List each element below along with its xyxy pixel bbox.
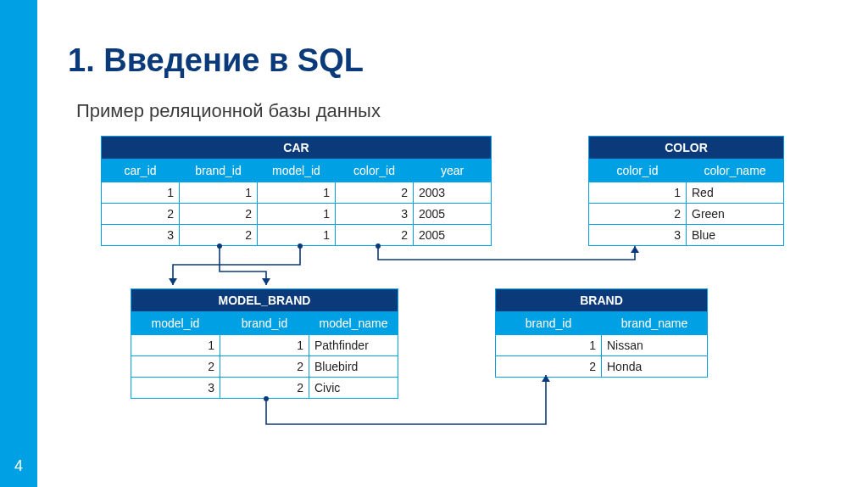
sidebar-accent: 4 — [0, 0, 37, 487]
cell: 1 — [220, 335, 309, 356]
table-model-brand: MODEL_BRAND model_id brand_id model_name… — [131, 288, 398, 399]
col-header: color_id — [336, 160, 414, 182]
table-brand-name: BRAND — [496, 289, 708, 312]
table-car: CAR car_id brand_id model_id color_id ye… — [101, 136, 492, 246]
cell: 3 — [131, 378, 220, 399]
cell: 2005 — [414, 225, 492, 246]
table-row: 1 1 1 2 2003 — [102, 182, 492, 204]
col-header: model_id — [258, 160, 336, 182]
col-header: brand_id — [220, 312, 309, 335]
cell: 2 — [496, 356, 602, 378]
table-row: 2 2 Bluebird — [131, 356, 398, 378]
cell: 2 — [131, 356, 220, 378]
col-header: color_name — [687, 160, 784, 182]
svg-marker-3 — [169, 278, 177, 285]
col-header: brand_name — [602, 312, 708, 335]
diagram-canvas: CAR car_id brand_id model_id color_id ye… — [37, 0, 868, 487]
cell: Red — [687, 182, 784, 204]
table-color: COLOR color_id color_name 1 Red 2 Green … — [588, 136, 784, 246]
table-row: 2 Honda — [496, 356, 708, 378]
table-row: 3 Blue — [589, 225, 784, 246]
cell: 3 — [589, 225, 687, 246]
col-header: color_id — [589, 160, 687, 182]
cell: 2 — [102, 204, 180, 225]
cell: 1 — [496, 335, 602, 356]
cell: 3 — [102, 225, 180, 246]
cell: 1 — [102, 182, 180, 204]
cell: 2003 — [414, 182, 492, 204]
cell: 2 — [336, 225, 414, 246]
cell: 2 — [220, 356, 309, 378]
cell: 2 — [180, 225, 258, 246]
table-model-brand-name: MODEL_BRAND — [131, 289, 398, 312]
svg-marker-5 — [631, 246, 639, 253]
table-brand: BRAND brand_id brand_name 1 Nissan 2 Hon… — [495, 288, 708, 378]
col-header: model_id — [131, 312, 220, 335]
table-row: 3 2 Civic — [131, 378, 398, 399]
cell: 1 — [589, 182, 687, 204]
col-header: brand_id — [496, 312, 602, 335]
table-row: 1 Nissan — [496, 335, 708, 356]
table-row: 2 2 1 3 2005 — [102, 204, 492, 225]
table-row: 1 Red — [589, 182, 784, 204]
svg-marker-1 — [262, 278, 270, 285]
cell: Blue — [687, 225, 784, 246]
table-car-name: CAR — [102, 137, 492, 160]
cell: Bluebird — [309, 356, 398, 378]
cell: Civic — [309, 378, 398, 399]
cell: Pathfinder — [309, 335, 398, 356]
col-header: brand_id — [180, 160, 258, 182]
cell: 2 — [336, 182, 414, 204]
cell: 1 — [258, 225, 336, 246]
cell: 1 — [258, 182, 336, 204]
cell: 2 — [220, 378, 309, 399]
table-row: 3 2 1 2 2005 — [102, 225, 492, 246]
cell: Green — [687, 204, 784, 225]
table-row: 1 1 Pathfinder — [131, 335, 398, 356]
cell: 2005 — [414, 204, 492, 225]
cell: 1 — [258, 204, 336, 225]
cell: 2 — [180, 204, 258, 225]
cell: 1 — [131, 335, 220, 356]
cell: 1 — [180, 182, 258, 204]
table-color-name: COLOR — [589, 137, 784, 160]
table-row: 2 Green — [589, 204, 784, 225]
page-number: 4 — [0, 457, 37, 475]
cell: 3 — [336, 204, 414, 225]
col-header: car_id — [102, 160, 180, 182]
col-header: model_name — [309, 312, 398, 335]
cell: Honda — [602, 356, 708, 378]
cell: Nissan — [602, 335, 708, 356]
col-header: year — [414, 160, 492, 182]
cell: 2 — [589, 204, 687, 225]
